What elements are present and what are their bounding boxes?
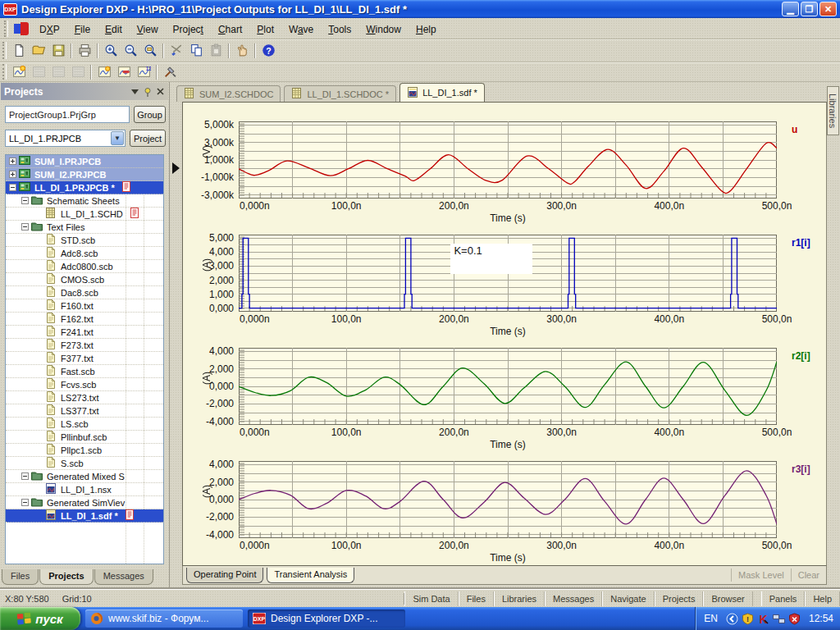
series-legend[interactable]: r3[i]	[792, 463, 810, 475]
tree-item[interactable]: LL_DI_1.sdf *	[6, 509, 163, 523]
tree-item[interactable]: STD.scb	[6, 234, 163, 247]
security-alert-tray-icon[interactable]: !	[740, 613, 756, 625]
tree-item[interactable]: Generated Mixed S	[6, 470, 163, 483]
panel-tab-projects[interactable]: Projects	[39, 569, 93, 585]
analysis-tab-transient[interactable]: Transient Analysis	[267, 568, 354, 583]
tree-item[interactable]: LS273.txt	[6, 391, 163, 404]
pin-icon[interactable]	[143, 87, 153, 97]
document-tab[interactable]: LL_DI_1.sdf *	[399, 83, 485, 102]
group-button[interactable]: Group	[134, 106, 166, 123]
tree-item[interactable]: Generated SimViev	[6, 496, 163, 509]
toolbar-grip[interactable]	[2, 42, 7, 60]
minimize-button[interactable]: ▁	[782, 2, 799, 16]
project-combo[interactable]: LL_DI_1.PRJPCB ▼	[5, 130, 126, 147]
statusbar-button-libraries[interactable]: Libraries	[494, 591, 545, 606]
chart-fourier-icon[interactable]	[94, 63, 114, 81]
tree-item[interactable]: F273.txt	[6, 339, 163, 352]
tree-item[interactable]: S.scb	[6, 457, 163, 470]
menu-help[interactable]: Help	[409, 21, 444, 38]
statusbar-button-projects[interactable]: Projects	[655, 591, 704, 606]
tree-item[interactable]: Schematic Sheets	[6, 194, 163, 208]
series-legend[interactable]: u	[792, 124, 797, 135]
help-icon[interactable]: ?	[258, 42, 278, 60]
document-tab[interactable]: SUM_I2.SCHDOC	[176, 85, 281, 102]
chart-annotation[interactable]: K=0.1	[450, 244, 532, 274]
network-tray-icon[interactable]	[771, 613, 787, 625]
print-icon[interactable]	[75, 42, 94, 60]
sim-tools-icon[interactable]	[160, 63, 180, 81]
chart-axes-icon[interactable]: 12	[134, 63, 153, 81]
new-simview-icon[interactable]	[9, 63, 29, 81]
menu-tools[interactable]: Tools	[321, 21, 358, 38]
panel-collapse-arrow-icon[interactable]	[172, 162, 180, 174]
tree-item[interactable]: F241.txt	[6, 326, 163, 339]
tree-expand-toggle[interactable]	[9, 184, 16, 191]
tree-item[interactable]: F162.txt	[6, 313, 163, 326]
plot-region[interactable]	[239, 121, 777, 199]
menu-edit[interactable]: Edit	[98, 21, 130, 38]
statusbar-button-sim-data[interactable]: Sim Data	[404, 591, 458, 606]
tree-item[interactable]: LS.scb	[6, 418, 163, 431]
new-document-icon[interactable]	[9, 42, 29, 60]
series-legend[interactable]: r2[i]	[792, 350, 810, 362]
zoom-in-icon[interactable]	[101, 42, 121, 60]
statusbar-button-messages[interactable]: Messages	[545, 591, 602, 606]
kaspersky-tray-icon[interactable]: K	[756, 613, 771, 625]
tree-expand-toggle[interactable]	[21, 499, 29, 506]
menu-plot[interactable]: Plot	[249, 21, 281, 38]
analysis-tab-operating-point[interactable]: Operating Point	[186, 568, 263, 583]
statusbar-button-panels[interactable]: Panels	[761, 591, 806, 606]
close-button[interactable]: ✕	[819, 2, 837, 16]
menu-project[interactable]: Project	[166, 21, 211, 38]
statusbar-button-files[interactable]: Files	[459, 591, 494, 606]
menu-view[interactable]: View	[130, 21, 166, 38]
close-icon[interactable]	[156, 87, 165, 96]
dxp-logo-icon[interactable]	[14, 22, 29, 35]
pan-hand-icon[interactable]	[232, 42, 252, 60]
menu-dxp[interactable]: DXP	[32, 21, 67, 38]
messenger-tray-icon[interactable]	[724, 613, 740, 625]
menu-file[interactable]: File	[67, 21, 98, 38]
chevron-down-icon[interactable]	[130, 88, 139, 95]
antivirus-tray-icon[interactable]	[787, 613, 802, 625]
tree-item[interactable]: SUM_I.PRJPCB	[6, 155, 163, 168]
language-indicator[interactable]: EN	[704, 613, 718, 624]
panel-tab-files[interactable]: Files	[2, 569, 39, 585]
menu-window[interactable]: Window	[358, 21, 409, 38]
tree-item[interactable]: F377.txt	[6, 352, 163, 365]
projects-panel-header[interactable]: Projects	[1, 83, 168, 100]
restore-button[interactable]: ❐	[801, 2, 818, 16]
taskbar-task-dxp[interactable]: DXPDesign Explorer DXP -...	[248, 609, 405, 628]
tree-item[interactable]: LS377.txt	[6, 404, 163, 418]
project-group-field[interactable]	[5, 106, 130, 123]
tree-item[interactable]: Dac8.scb	[6, 286, 163, 299]
cross-probe-icon[interactable]	[167, 42, 186, 60]
tree-item[interactable]: CMOS.scb	[6, 273, 163, 286]
menu-wave[interactable]: Wave	[281, 21, 321, 38]
menu-chart[interactable]: Chart	[211, 21, 249, 38]
zoom-area-icon[interactable]	[140, 42, 160, 60]
taskbar-task-firefox[interactable]: www.skif.biz - Форум...	[85, 609, 243, 628]
tree-item[interactable]: F160.txt	[6, 299, 163, 313]
tree-item[interactable]: LL_DI_1.SCHD	[6, 208, 163, 221]
tree-expand-toggle[interactable]	[21, 197, 29, 204]
statusbar-button-help[interactable]: Help	[805, 591, 840, 606]
tree-expand-toggle[interactable]	[9, 158, 16, 165]
clear-button[interactable]: Clear	[791, 568, 826, 581]
tree-expand-toggle[interactable]	[21, 223, 29, 231]
tree-item[interactable]: Adc8.scb	[6, 247, 163, 260]
tree-item[interactable]: LL_DI_1.nsx	[6, 483, 163, 496]
mask-level-button[interactable]: Mask Level	[731, 568, 791, 581]
copy-icon[interactable]	[186, 42, 206, 60]
tree-item[interactable]: Text Files	[6, 221, 163, 234]
tree-item[interactable]: SUM_I2.PRJPCB	[6, 168, 163, 181]
panel-tab-messages[interactable]: Messages	[94, 569, 153, 585]
toolbar-grip[interactable]	[4, 21, 8, 37]
zoom-out-icon[interactable]	[121, 42, 140, 60]
plot-region[interactable]	[239, 348, 777, 425]
project-button[interactable]: Project	[130, 130, 166, 147]
title-bar[interactable]: DXP Design Explorer DXP - H:\PRO_11\Proj…	[0, 0, 840, 18]
tree-item[interactable]: LL_DI_1.PRJPCB *	[6, 181, 163, 194]
combo-dropdown-icon[interactable]: ▼	[111, 131, 124, 145]
document-tab[interactable]: LL_DI_1.SCHDOC *	[284, 85, 396, 102]
